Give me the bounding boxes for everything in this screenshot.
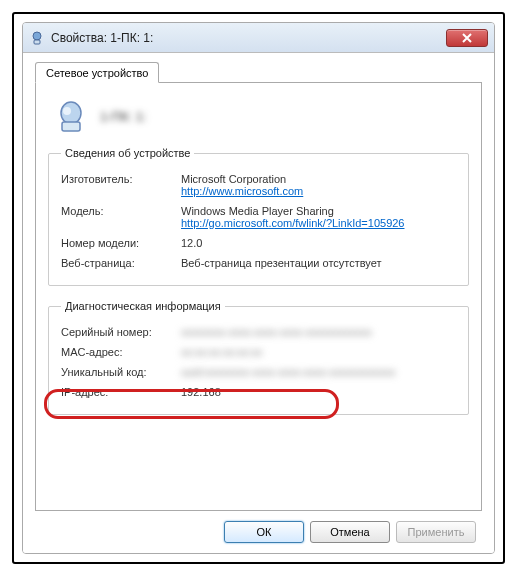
device-icon: [29, 30, 45, 46]
model-link[interactable]: http://go.microsoft.com/fwlink/?LinkId=1…: [181, 217, 456, 229]
properties-dialog: Свойства: 1-ПК: 1: Сетевое устройство 1-…: [22, 22, 495, 554]
tab-network-device[interactable]: Сетевое устройство: [35, 62, 159, 83]
manufacturer-label: Изготовитель:: [61, 173, 181, 185]
model-number-label: Номер модели:: [61, 237, 181, 249]
model-number-value: 12.0: [181, 237, 456, 249]
webpage-value: Веб-страница презентации отсутствует: [181, 257, 456, 269]
ip-value: 192.168: [181, 386, 456, 398]
diagnostic-info-legend: Диагностическая информация: [61, 300, 225, 312]
ok-button[interactable]: ОК: [224, 521, 304, 543]
titlebar[interactable]: Свойства: 1-ПК: 1:: [23, 23, 494, 53]
mac-label: MAC-адрес:: [61, 346, 181, 358]
webpage-label: Веб-страница:: [61, 257, 181, 269]
device-large-icon: [52, 97, 90, 135]
svg-point-0: [33, 32, 41, 40]
svg-rect-3: [62, 122, 80, 131]
tab-panel: 1-ПК: 1: Сведения об устройстве Изготови…: [35, 82, 482, 511]
unique-label: Уникальный код:: [61, 366, 181, 378]
serial-value: xxxxxxxx-xxxx-xxxx-xxxx-xxxxxxxxxxxx: [181, 326, 456, 338]
ip-label: IP-адрес:: [61, 386, 181, 398]
apply-button[interactable]: Применить: [396, 521, 476, 543]
svg-point-4: [63, 107, 71, 115]
model-label: Модель:: [61, 205, 181, 217]
cancel-button[interactable]: Отмена: [310, 521, 390, 543]
diagnostic-info-group: Диагностическая информация Серийный номе…: [48, 300, 469, 415]
serial-label: Серийный номер:: [61, 326, 181, 338]
manufacturer-link[interactable]: http://www.microsoft.com: [181, 185, 456, 197]
mac-value: xx:xx:xx:xx:xx:xx: [181, 346, 456, 358]
close-button[interactable]: [446, 29, 488, 47]
unique-value: uuid:xxxxxxxx-xxxx-xxxx-xxxx-xxxxxxxxxxx…: [181, 366, 456, 378]
device-name: 1-ПК: 1:: [100, 109, 147, 124]
device-info-legend: Сведения об устройстве: [61, 147, 194, 159]
device-info-group: Сведения об устройстве Изготовитель: Mic…: [48, 147, 469, 286]
model-value: Windows Media Player Sharing: [181, 205, 334, 217]
svg-rect-1: [34, 40, 40, 44]
button-bar: ОК Отмена Применить: [35, 511, 482, 545]
manufacturer-value: Microsoft Corporation: [181, 173, 286, 185]
window-title: Свойства: 1-ПК: 1:: [51, 31, 446, 45]
